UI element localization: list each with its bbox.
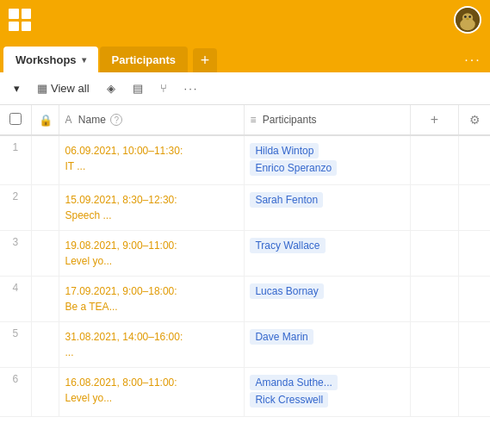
svg-point-5 [466,18,469,20]
row-add [410,185,459,231]
participant-badge: Tracy Wallace [250,238,325,253]
tab-workshops[interactable]: Workshops ▾ [3,47,98,72]
table-icon: ▦ [37,82,47,95]
row-date-text: 16.08.2021, 8:00–11:00: Level yo... [65,376,177,404]
tab-participants-label: Participants [112,53,176,66]
row-participants: Dave Marin [245,322,410,368]
row-settings [459,231,490,277]
participant-badge: Enrico Speranzo [250,160,337,176]
group-button[interactable]: ▤ [126,77,150,101]
add-tab-button[interactable]: + [193,48,217,72]
row-date: 19.08.2021, 9:00–11:00: Level yo... [59,231,245,277]
row-date: 31.08.2021, 14:00–16:00: ... [59,322,245,368]
participant-badge: Lucas Bornay [250,283,323,299]
dropdown-arrow-button[interactable]: ▾ [7,77,27,101]
row-number: 2 [0,185,31,231]
table-wrap: 🔒 A Name ? ≡ Participants + ⚙ 106.09.202… [0,105,490,448]
name-help-icon[interactable]: ? [110,114,122,126]
filter-button[interactable]: ◈ [100,77,122,101]
row-date-text: 15.09.2021, 8:30–12:30: Speech ... [65,194,177,221]
svg-point-3 [464,16,467,18]
row-date-text: 31.08.2021, 14:00–16:00: ... [65,331,183,358]
tab-more-button[interactable]: ··· [459,48,487,72]
row-date-text: 17.09.2021, 9:00–18:00: Be a TEA... [65,285,177,313]
lock-icon: 🔒 [39,114,53,127]
row-number: 5 [0,322,31,368]
row-date: 06.09.2021, 10:00–11:30: IT ... [59,135,245,185]
participant-badge: Amanda Suthe... [250,375,337,390]
row-add [410,277,459,322]
row-lock [31,135,59,185]
participant-badge: Dave Marin [250,329,313,345]
row-add [410,368,459,417]
th-participants: ≡ Participants [245,105,410,135]
row-number: 3 [0,231,31,277]
row-add [410,322,459,368]
avatar[interactable] [454,6,481,34]
name-col-icon: A [65,114,71,126]
row-settings [459,368,490,417]
table-row: 106.09.2021, 10:00–11:30: IT ...Hilda Wi… [0,135,490,185]
row-add [410,135,459,185]
tab-dropdown-icon[interactable]: ▾ [82,55,86,65]
th-settings[interactable]: ⚙ [459,105,490,135]
row-number: 4 [0,277,31,322]
tab-bar: Workshops ▾ Participants + ··· [0,40,490,72]
workshops-table: 🔒 A Name ? ≡ Participants + ⚙ 106.09.202… [0,105,490,417]
th-participants-label: Participants [263,114,317,126]
header-left [9,9,31,31]
th-checkbox [0,105,31,135]
row-date-text: 19.08.2021, 9:00–11:00: Level yo... [65,240,177,267]
th-lock: 🔒 [31,105,59,135]
th-name: A Name ? [59,105,245,135]
row-participants: Tracy Wallace [245,231,410,277]
table-row: 319.08.2021, 9:00–11:00: Level yo...Trac… [0,231,490,277]
dropdown-arrow-icon: ▾ [14,82,20,95]
row-lock [31,231,59,277]
row-settings [459,277,490,322]
table-row: 215.09.2021, 8:30–12:30: Speech ...Sarah… [0,185,490,231]
table-row: 616.08.2021, 8:00–11:00: Level yo...Aman… [0,368,490,417]
row-date: 16.08.2021, 8:00–11:00: Level yo... [59,368,245,417]
th-name-label: Name [78,114,106,126]
group-icon: ▤ [133,82,143,95]
grid-icon[interactable] [9,9,31,31]
select-all-checkbox[interactable] [9,113,22,125]
svg-point-2 [460,18,475,30]
row-settings [459,322,490,368]
tab-workshops-label: Workshops [16,53,77,66]
share-button[interactable]: ⑂ [153,77,174,101]
row-lock [31,277,59,322]
th-add[interactable]: + [410,105,459,135]
row-lock [31,185,59,231]
row-lock [31,322,59,368]
row-number: 1 [0,135,31,185]
row-settings [459,185,490,231]
row-date: 17.09.2021, 9:00–18:00: Be a TEA... [59,277,245,322]
table-row: 531.08.2021, 14:00–16:00: ...Dave Marin [0,322,490,368]
row-participants: Hilda WintopEnrico Speranzo [245,135,410,185]
participant-badge: Rick Cresswell [250,392,328,408]
participant-badge: Sarah Fenton [250,192,323,208]
toolbar-more-button[interactable]: ··· [177,77,206,101]
row-participants: Sarah Fenton [245,185,410,231]
row-participants: Lucas Bornay [245,277,410,322]
row-settings [459,135,490,185]
table-row: 417.09.2021, 9:00–18:00: Be a TEA...Luca… [0,277,490,322]
toolbar-more-icon: ··· [184,82,199,95]
view-all-label: View all [51,82,90,95]
svg-point-4 [468,16,471,18]
participants-col-icon: ≡ [250,114,256,126]
table-header: 🔒 A Name ? ≡ Participants + ⚙ [0,105,490,135]
row-number: 6 [0,368,31,417]
row-date: 15.09.2021, 8:30–12:30: Speech ... [59,185,245,231]
filter-icon: ◈ [107,82,115,95]
toolbar: ▾ ▦ View all ◈ ▤ ⑂ ··· [0,72,490,105]
view-all-button[interactable]: ▦ View all [30,77,96,101]
row-date-text: 06.09.2021, 10:00–11:30: IT ... [65,145,183,172]
participant-badge: Hilda Wintop [250,143,319,159]
tab-participants[interactable]: Participants [100,47,188,72]
share-icon: ⑂ [160,82,167,95]
row-lock [31,368,59,417]
row-participants: Amanda Suthe...Rick Cresswell [245,368,410,417]
